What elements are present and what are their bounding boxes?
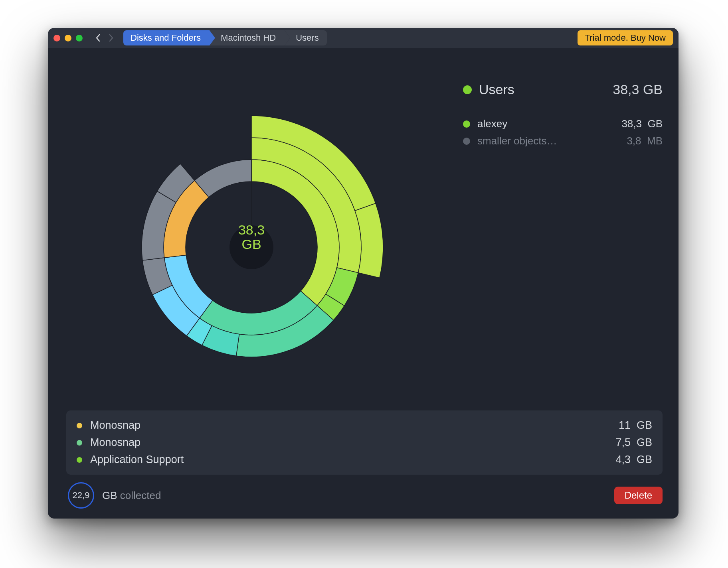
folder-size: 38,3 GB: [621, 118, 663, 130]
folder-size: 38,3 GB: [575, 66, 663, 113]
nav-back-button[interactable]: [93, 32, 103, 44]
selection-name: Monosnap: [90, 436, 615, 449]
selection-size: 4,3 GB: [615, 454, 652, 466]
color-dot-icon: [463, 138, 470, 145]
selection-row[interactable]: Monosnap 11 GB: [77, 417, 652, 434]
color-dot-icon: [463, 120, 470, 128]
app-window: Disks and Folders Macintosh HD Users Tri…: [48, 28, 679, 519]
folder-size: 3,8 MB: [627, 135, 663, 147]
selection-size: 7,5 GB: [615, 436, 652, 449]
collected-badge[interactable]: 22,9: [68, 482, 94, 509]
folder-name: smaller objects…: [477, 135, 627, 147]
color-dot-icon: [463, 85, 472, 94]
breadcrumb: Disks and Folders Macintosh HD Users: [123, 30, 327, 45]
color-dot-icon: [77, 440, 82, 446]
folder-row[interactable]: alexey38,3 GB: [463, 115, 663, 132]
chart-center[interactable]: [229, 225, 273, 269]
selection-row[interactable]: Application Support4,3 GB: [77, 451, 652, 468]
folder-contents-list: Users 38,3 GB alexey38,3 GBsmaller objec…: [463, 64, 663, 150]
selection-row[interactable]: Monosnap7,5 GB: [77, 434, 652, 451]
breadcrumb-item[interactable]: Disks and Folders: [123, 30, 210, 45]
selection-name: Application Support: [90, 454, 615, 466]
titlebar: Disks and Folders Macintosh HD Users Tri…: [48, 28, 679, 48]
selection-size: 11 GB: [615, 419, 652, 432]
collected-label: GB collected: [102, 489, 161, 502]
window-controls: [53, 35, 83, 41]
folder-name: alexey: [477, 118, 621, 130]
zoom-icon[interactable]: [76, 35, 83, 41]
color-dot-icon: [77, 457, 82, 463]
color-dot-icon: [77, 423, 82, 428]
breadcrumb-item[interactable]: Users: [285, 30, 326, 45]
selection-name: Monosnap: [90, 419, 615, 432]
nav-forward-button[interactable]: [106, 32, 116, 44]
minimize-icon[interactable]: [65, 35, 71, 41]
folder-name: Users: [479, 82, 575, 97]
nav-buttons: [93, 32, 116, 44]
sunburst-chart[interactable]: 38,3 GB: [72, 72, 431, 403]
breadcrumb-item[interactable]: Macintosh HD: [210, 30, 285, 45]
delete-button[interactable]: Delete: [614, 487, 663, 504]
current-folder-row[interactable]: Users 38,3 GB: [463, 64, 663, 115]
selection-panel: Monosnap 11 GBMonosnap7,5 GBApplication …: [66, 410, 663, 475]
close-icon[interactable]: [53, 35, 60, 41]
footer: 22,9 GB collected Delete: [68, 483, 663, 507]
folder-row[interactable]: smaller objects…3,8 MB: [463, 132, 663, 150]
trial-buy-button[interactable]: Trial mode. Buy Now: [578, 30, 673, 45]
